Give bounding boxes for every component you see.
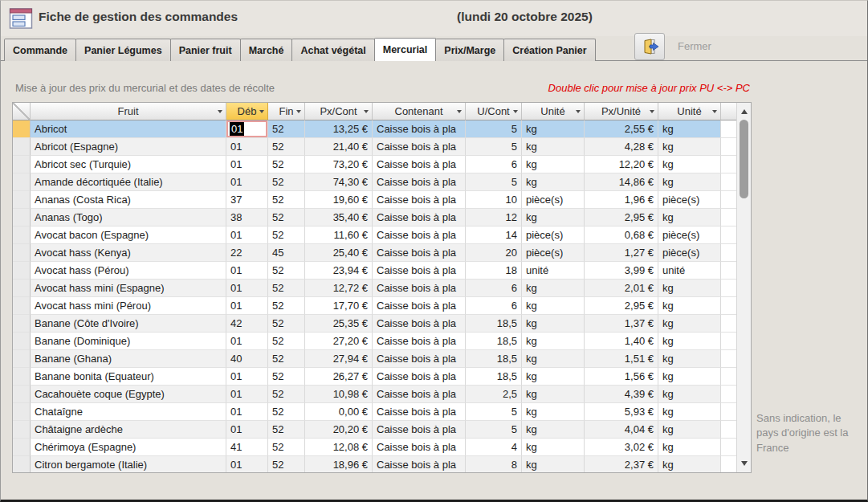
- cell-px-cont[interactable]: 0,00 €: [305, 403, 373, 421]
- cell-deb[interactable]: 01: [226, 138, 268, 156]
- cell-px-unite[interactable]: 2,95 €: [585, 297, 658, 315]
- cell-fin[interactable]: 52: [268, 315, 305, 333]
- cell-contenant[interactable]: Caisse bois à pla: [373, 368, 466, 386]
- filter-arrow-icon[interactable]: [259, 110, 264, 113]
- cell-px-unite[interactable]: 1,27 €: [585, 244, 658, 262]
- cell-unite[interactable]: kg: [522, 209, 585, 227]
- table-row[interactable]: Cacahouète coque (Egypte)015210,98 €Cais…: [13, 386, 751, 403]
- scroll-down-button[interactable]: [737, 456, 751, 470]
- cell-fruit[interactable]: Avocat bacon (Espagne): [31, 227, 226, 244]
- cell-px-unite[interactable]: 4,39 €: [585, 386, 658, 403]
- cell-fruit[interactable]: Ananas (Togo): [31, 209, 226, 227]
- cell-contenant[interactable]: Caisse bois à pla: [373, 209, 466, 227]
- cell-contenant[interactable]: Caisse bois à pla: [373, 403, 466, 421]
- cell-u-cont[interactable]: 6: [466, 280, 522, 297]
- record-selector[interactable]: [13, 227, 31, 244]
- cell-unite[interactable]: kg: [522, 138, 585, 156]
- cell-px-cont[interactable]: 20,20 €: [305, 421, 373, 439]
- table-row[interactable]: Châtaigne ardèche015220,20 €Caisse bois …: [13, 421, 751, 439]
- tab-mercurial[interactable]: Mercurial: [374, 38, 437, 61]
- cell-u-cont[interactable]: 18,5: [466, 315, 522, 333]
- cell-px-cont[interactable]: 25,35 €: [305, 315, 373, 333]
- cell-fin[interactable]: 52: [268, 209, 305, 227]
- cell-fin[interactable]: 52: [268, 191, 305, 209]
- table-row[interactable]: Banane bonita (Equateur)015226,27 €Caiss…: [13, 368, 751, 386]
- record-selector[interactable]: [13, 262, 31, 280]
- cell-u-cont[interactable]: 18: [466, 262, 522, 280]
- cell-px-cont[interactable]: 25,40 €: [305, 244, 373, 262]
- table-row[interactable]: Ananas (Costa Rica)375219,60 €Caisse boi…: [13, 191, 751, 209]
- cell-fin[interactable]: 52: [268, 120, 305, 138]
- cell-u-cont[interactable]: 6: [466, 156, 522, 173]
- cell-px-unite[interactable]: 12,20 €: [585, 156, 658, 173]
- column-header-deb[interactable]: Déb: [226, 103, 268, 120]
- cell-fin[interactable]: 52: [268, 368, 305, 386]
- column-header-u-cont[interactable]: U/Cont: [466, 103, 522, 120]
- cell-u-cont[interactable]: 10: [466, 191, 522, 209]
- cell-unite[interactable]: kg: [522, 297, 585, 315]
- record-selector[interactable]: [13, 173, 31, 191]
- column-header-fruit[interactable]: Fruit: [31, 103, 226, 120]
- cell-px-cont[interactable]: 17,70 €: [305, 297, 373, 315]
- cell-fin[interactable]: 52: [268, 227, 305, 244]
- cell-deb[interactable]: 42: [226, 315, 268, 333]
- filter-arrow-icon[interactable]: [457, 110, 462, 113]
- cell-contenant[interactable]: Caisse bois à pla: [373, 244, 466, 262]
- record-selector[interactable]: [13, 368, 31, 386]
- cell-deb[interactable]: 01: [226, 368, 268, 386]
- cell-unite2[interactable]: pièce(s): [658, 227, 721, 244]
- cell-unite[interactable]: unité: [522, 262, 585, 280]
- cell-fruit[interactable]: Avocat hass (Pérou): [31, 262, 226, 280]
- cell-px-unite[interactable]: 5,93 €: [585, 403, 658, 421]
- cell-px-unite[interactable]: 1,96 €: [585, 191, 658, 209]
- record-selector[interactable]: [13, 244, 31, 262]
- cell-deb[interactable]: 01: [226, 262, 268, 280]
- table-row[interactable]: Avocat hass mini (Espagne)015212,72 €Cai…: [13, 280, 751, 297]
- cell-px-unite[interactable]: 2,37 €: [585, 456, 658, 473]
- cell-unite[interactable]: kg: [522, 173, 585, 191]
- record-selector[interactable]: [13, 297, 31, 315]
- cell-contenant[interactable]: Caisse bois à pla: [373, 333, 466, 350]
- cell-fruit[interactable]: Abricot sec (Turquie): [31, 156, 226, 173]
- cell-deb[interactable]: 41: [226, 439, 268, 456]
- table-row[interactable]: Chataîgne01520,00 €Caisse bois à pla5kg5…: [13, 403, 751, 421]
- tab-achat-vegetal[interactable]: Achat végétal: [291, 39, 374, 61]
- cell-unite2[interactable]: kg: [658, 315, 721, 333]
- cell-unite2[interactable]: kg: [658, 350, 721, 368]
- record-selector[interactable]: [13, 386, 31, 403]
- cell-unite[interactable]: kg: [522, 350, 585, 368]
- column-header-unite[interactable]: Unité: [522, 103, 585, 120]
- cell-contenant[interactable]: Caisse bois à pla: [373, 350, 466, 368]
- cell-contenant[interactable]: Caisse bois à pla: [373, 173, 466, 191]
- cell-deb[interactable]: 01: [226, 156, 268, 173]
- cell-u-cont[interactable]: 5: [466, 403, 522, 421]
- cell-contenant[interactable]: Caisse bois à pla: [373, 421, 466, 439]
- cell-contenant[interactable]: Caisse bois à pla: [373, 227, 466, 244]
- cell-unite[interactable]: pièce(s): [522, 244, 585, 262]
- cell-fruit[interactable]: Citron bergamote (Italie): [31, 456, 226, 473]
- record-selector[interactable]: [13, 280, 31, 297]
- cell-deb[interactable]: 01: [226, 386, 268, 403]
- cell-unite2[interactable]: pièce(s): [658, 191, 721, 209]
- cell-px-cont[interactable]: 27,20 €: [305, 333, 373, 350]
- cell-u-cont[interactable]: 18,5: [466, 368, 522, 386]
- cell-px-unite[interactable]: 1,51 €: [585, 350, 658, 368]
- tab-marche[interactable]: Marché: [240, 39, 293, 61]
- cell-px-unite[interactable]: 1,56 €: [585, 368, 658, 386]
- record-selector[interactable]: [13, 456, 31, 473]
- filter-arrow-icon[interactable]: [218, 110, 222, 113]
- cell-contenant[interactable]: Caisse bois à pla: [373, 439, 466, 456]
- cell-unite2[interactable]: kg: [658, 421, 721, 439]
- scroll-up-button[interactable]: [737, 104, 751, 118]
- filter-arrow-icon[interactable]: [712, 110, 717, 113]
- table-row[interactable]: Amande décortiquée (Italie)015274,30 €Ca…: [13, 173, 751, 191]
- table-row[interactable]: Abricot015213,25 €Caisse bois à pla5kg2,…: [13, 120, 751, 138]
- cell-deb[interactable]: 01: [226, 227, 268, 244]
- table-row[interactable]: Avocat bacon (Espagne)015211,60 €Caisse …: [13, 227, 751, 244]
- cell-fruit[interactable]: Abricot: [31, 120, 226, 138]
- cell-px-unite[interactable]: 2,95 €: [585, 209, 658, 227]
- cell-unite2[interactable]: kg: [658, 120, 721, 138]
- cell-fruit[interactable]: Avocat hass mini (Pérou): [31, 297, 226, 315]
- cell-fin[interactable]: 52: [268, 333, 305, 350]
- cell-px-cont[interactable]: 12,08 €: [305, 439, 373, 456]
